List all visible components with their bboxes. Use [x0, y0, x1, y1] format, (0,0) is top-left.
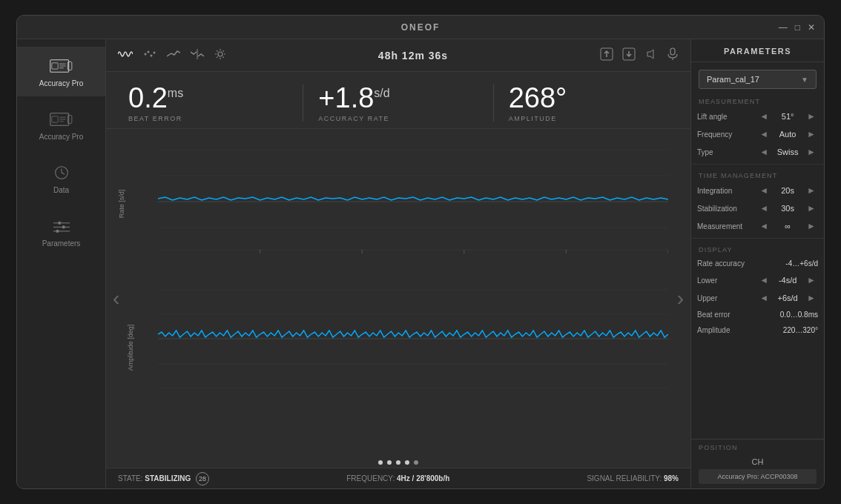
- nav-right-button[interactable]: ›: [673, 279, 687, 318]
- dot-1[interactable]: [378, 460, 383, 465]
- app-title: ONEOF: [401, 22, 441, 33]
- lift-angle-prev[interactable]: ◄: [757, 111, 771, 122]
- svg-point-19: [62, 225, 65, 228]
- amplitude-stat: 268° AMPLITUDE: [509, 84, 668, 122]
- frequency-prev[interactable]: ◄: [757, 129, 771, 139]
- upper-prev[interactable]: ◄: [757, 293, 771, 303]
- lift-angle-ctrl: ◄ 51° ►: [757, 111, 818, 122]
- frequency-value: Auto: [774, 130, 802, 139]
- stat-divider-1: [303, 84, 303, 122]
- lower-next[interactable]: ►: [805, 275, 818, 285]
- rate-accuracy-row: Rate accuracy -4…+6s/d: [691, 256, 824, 271]
- param-dropdown[interactable]: Param_cal_17 ▼: [699, 70, 817, 89]
- minimize-button[interactable]: —: [779, 22, 788, 33]
- gear-icon[interactable]: [214, 48, 226, 63]
- upper-next[interactable]: ►: [805, 293, 818, 303]
- type-next[interactable]: ►: [805, 147, 818, 157]
- split-icon[interactable]: [191, 49, 204, 62]
- panel-amplitude-label: Amplitude: [697, 326, 783, 334]
- measurement-row: Measurement ◄ ∞ ►: [691, 217, 824, 235]
- dot-4[interactable]: [405, 460, 409, 465]
- sidebar-label-data: Data: [53, 186, 69, 194]
- device1-icon: [48, 56, 75, 76]
- timer-text: 48h 12m 36s: [378, 50, 448, 62]
- svg-rect-32: [670, 48, 675, 55]
- upload-icon[interactable]: [600, 47, 613, 64]
- type-prev[interactable]: ◄: [757, 147, 771, 157]
- dot-3[interactable]: [396, 460, 400, 465]
- device-label: Accuracy Pro: ACCP00308: [699, 469, 817, 484]
- reliability-section: SIGNAL RELIABILITY: 98%: [587, 474, 679, 483]
- frequency-next[interactable]: ►: [805, 129, 818, 139]
- top-chart-y-label: Rate [s/d]: [118, 189, 125, 218]
- integration-prev[interactable]: ◄: [757, 185, 771, 196]
- svg-rect-2: [51, 63, 57, 69]
- upper-label: Upper: [697, 294, 757, 302]
- stabilization-row: Stabilization ◄ 30s ►: [691, 199, 824, 217]
- sidebar: Accuracy Pro Accuracy Pro: [17, 39, 106, 488]
- state-number: 28: [196, 472, 209, 485]
- accuracy-stat: +1.8s/d ACCURACY RATE: [318, 84, 478, 122]
- panel-beat-error-label: Beat error: [697, 311, 780, 319]
- svg-point-20: [56, 230, 59, 233]
- panel-footer: POSITION CH Accuracy Pro: ACCP00308: [691, 439, 824, 488]
- lift-angle-value: 51°: [774, 112, 802, 121]
- upper-value: +6s/d: [774, 294, 802, 302]
- clock-icon: [48, 162, 75, 183]
- charts-area: ‹ › Rate [s/d] 2: [106, 129, 690, 468]
- amplitude-label: AMPLITUDE: [509, 115, 668, 122]
- frequency-row: Frequency ◄ Auto ►: [691, 125, 824, 143]
- stabilization-next[interactable]: ►: [805, 203, 818, 213]
- integration-ctrl: ◄ 20s ►: [757, 185, 818, 196]
- lift-angle-row: Lift angle ◄ 51° ►: [691, 107, 824, 125]
- app-window: ONEOF — □ ✕ Accuracy Pro: [16, 15, 825, 489]
- measurement-label: Measurement: [697, 222, 757, 231]
- dots-icon[interactable]: [143, 49, 156, 62]
- maximize-button[interactable]: □: [795, 22, 800, 33]
- close-button[interactable]: ✕: [808, 22, 815, 33]
- download-icon[interactable]: [622, 47, 636, 64]
- stat-divider-2: [493, 84, 494, 122]
- amplitude-value: 268°: [509, 84, 668, 112]
- dot-5[interactable]: [414, 460, 418, 465]
- svg-line-14: [62, 173, 65, 174]
- device2-icon: [48, 109, 75, 130]
- status-bar: STATE: STABILIZING 28 FREQUENCY: 4Hz / 2…: [106, 468, 690, 488]
- sidebar-item-device2[interactable]: Accuracy Pro: [17, 100, 105, 150]
- sidebar-item-data[interactable]: Data: [17, 153, 105, 203]
- beat-error-stat: 0.2ms BEAT ERROR: [128, 84, 288, 122]
- lift-angle-next[interactable]: ►: [805, 111, 818, 122]
- frequency-label: Frequency: [697, 130, 757, 139]
- svg-point-26: [218, 52, 222, 56]
- measurement-value: ∞: [774, 222, 802, 231]
- measurement-prev[interactable]: ◄: [757, 221, 771, 231]
- frequency-ctrl: ◄ Auto ►: [757, 129, 818, 139]
- integration-label: Integration: [697, 187, 757, 195]
- lower-prev[interactable]: ◄: [757, 275, 771, 285]
- stabilization-prev[interactable]: ◄: [757, 203, 771, 213]
- integration-next[interactable]: ►: [805, 185, 818, 196]
- title-bar: ONEOF — □ ✕: [17, 16, 824, 39]
- waveform-icon[interactable]: [118, 49, 133, 62]
- integration-value: 20s: [774, 186, 802, 195]
- svg-rect-7: [67, 115, 72, 123]
- accuracy-label: ACCURACY RATE: [318, 115, 478, 122]
- type-label: Type: [697, 148, 757, 156]
- nav-left-button[interactable]: ‹: [109, 279, 123, 318]
- volume-icon[interactable]: [644, 47, 658, 64]
- mic-icon[interactable]: [667, 47, 679, 64]
- toolbar-left: [118, 48, 226, 63]
- integration-row: Integration ◄ 20s ►: [691, 182, 824, 199]
- freq-label: FREQUENCY:: [346, 474, 395, 483]
- svg-rect-8: [51, 116, 57, 122]
- timer-display: 48h 12m 36s: [378, 50, 448, 62]
- sidebar-item-device1[interactable]: Accuracy Pro: [17, 47, 105, 96]
- sliders-icon: [48, 216, 75, 236]
- measurement-next[interactable]: ►: [805, 221, 818, 231]
- dot-2[interactable]: [387, 460, 392, 465]
- sidebar-item-parameters[interactable]: Parameters: [17, 207, 105, 256]
- panel-divider-1: [691, 164, 824, 165]
- state-label: STATE:: [118, 474, 143, 483]
- freq-value: 4Hz / 28'800b/h: [397, 474, 449, 483]
- linechart-icon[interactable]: [167, 49, 180, 62]
